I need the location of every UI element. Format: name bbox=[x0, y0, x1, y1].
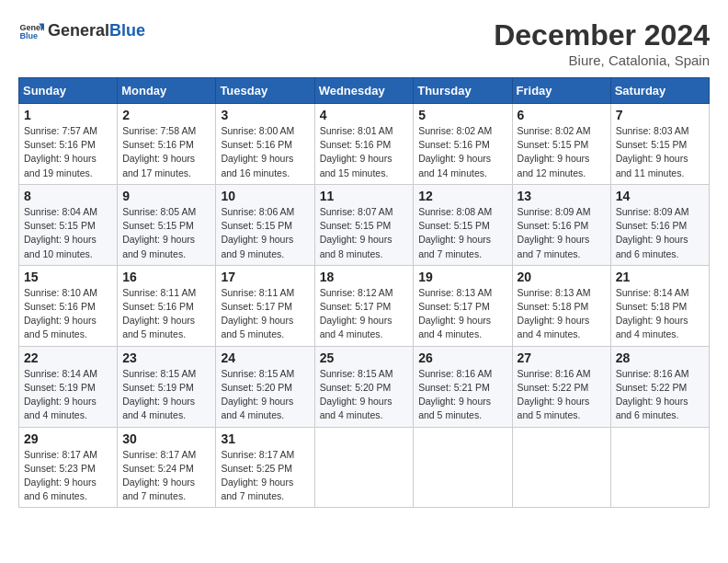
calendar-cell: 23 Sunrise: 8:15 AM Sunset: 5:19 PM Dayl… bbox=[118, 346, 216, 427]
main-title: December 2024 bbox=[494, 18, 710, 52]
calendar-cell: 1 Sunrise: 7:57 AM Sunset: 5:16 PM Dayli… bbox=[19, 104, 118, 185]
calendar-cell: 16 Sunrise: 8:11 AM Sunset: 5:16 PM Dayl… bbox=[118, 265, 216, 346]
day-number: 26 bbox=[418, 350, 506, 365]
calendar-cell: 5 Sunrise: 8:02 AM Sunset: 5:16 PM Dayli… bbox=[414, 104, 512, 185]
day-info: Sunrise: 8:17 AM Sunset: 5:24 PM Dayligh… bbox=[122, 448, 210, 504]
day-number: 27 bbox=[518, 350, 606, 365]
calendar-cell: 29 Sunrise: 8:17 AM Sunset: 5:23 PM Dayl… bbox=[19, 427, 118, 508]
calendar-cell: 18 Sunrise: 8:12 AM Sunset: 5:17 PM Dayl… bbox=[314, 265, 414, 346]
day-number: 24 bbox=[221, 350, 309, 365]
day-info: Sunrise: 8:12 AM Sunset: 5:17 PM Dayligh… bbox=[320, 286, 409, 342]
day-number: 30 bbox=[122, 431, 210, 446]
header-tuesday: Tuesday bbox=[216, 78, 314, 104]
calendar-cell: 9 Sunrise: 8:05 AM Sunset: 5:15 PM Dayli… bbox=[118, 184, 216, 265]
calendar-cell: 19 Sunrise: 8:13 AM Sunset: 5:17 PM Dayl… bbox=[414, 265, 512, 346]
day-number: 22 bbox=[24, 350, 112, 365]
day-number: 7 bbox=[616, 108, 704, 122]
calendar-cell: 22 Sunrise: 8:14 AM Sunset: 5:19 PM Dayl… bbox=[19, 346, 118, 427]
day-info: Sunrise: 8:09 AM Sunset: 5:16 PM Dayligh… bbox=[518, 205, 606, 261]
day-info: Sunrise: 8:15 AM Sunset: 5:20 PM Dayligh… bbox=[320, 367, 409, 423]
day-number: 25 bbox=[320, 350, 409, 365]
logo-icon: General Blue bbox=[18, 18, 44, 44]
day-info: Sunrise: 8:02 AM Sunset: 5:16 PM Dayligh… bbox=[418, 124, 506, 180]
title-block: December 2024 Biure, Catalonia, Spain bbox=[494, 18, 710, 68]
calendar-cell: 14 Sunrise: 8:09 AM Sunset: 5:16 PM Dayl… bbox=[610, 184, 709, 265]
calendar-cell: 27 Sunrise: 8:16 AM Sunset: 5:22 PM Dayl… bbox=[512, 346, 610, 427]
day-number: 12 bbox=[418, 189, 506, 203]
calendar-cell: 10 Sunrise: 8:06 AM Sunset: 5:15 PM Dayl… bbox=[216, 184, 314, 265]
day-number: 11 bbox=[320, 189, 409, 203]
day-info: Sunrise: 8:03 AM Sunset: 5:15 PM Dayligh… bbox=[616, 124, 704, 180]
calendar-cell: 2 Sunrise: 7:58 AM Sunset: 5:16 PM Dayli… bbox=[118, 104, 216, 185]
calendar-week-row: 1 Sunrise: 7:57 AM Sunset: 5:16 PM Dayli… bbox=[19, 104, 710, 185]
day-number: 20 bbox=[518, 270, 606, 284]
day-number: 8 bbox=[24, 189, 112, 203]
day-info: Sunrise: 8:11 AM Sunset: 5:16 PM Dayligh… bbox=[122, 286, 210, 342]
day-info: Sunrise: 8:04 AM Sunset: 5:15 PM Dayligh… bbox=[24, 205, 112, 261]
calendar-cell: 17 Sunrise: 8:11 AM Sunset: 5:17 PM Dayl… bbox=[216, 265, 314, 346]
day-info: Sunrise: 8:16 AM Sunset: 5:21 PM Dayligh… bbox=[418, 367, 506, 423]
calendar-week-row: 8 Sunrise: 8:04 AM Sunset: 5:15 PM Dayli… bbox=[19, 184, 710, 265]
day-number: 17 bbox=[221, 270, 309, 284]
day-info: Sunrise: 8:17 AM Sunset: 5:23 PM Dayligh… bbox=[24, 448, 112, 504]
day-info: Sunrise: 8:00 AM Sunset: 5:16 PM Dayligh… bbox=[221, 124, 309, 180]
header-sunday: Sunday bbox=[19, 78, 118, 104]
calendar-cell: 28 Sunrise: 8:16 AM Sunset: 5:22 PM Dayl… bbox=[610, 346, 709, 427]
day-info: Sunrise: 8:07 AM Sunset: 5:15 PM Dayligh… bbox=[320, 205, 409, 261]
calendar-cell: 7 Sunrise: 8:03 AM Sunset: 5:15 PM Dayli… bbox=[610, 104, 709, 185]
day-info: Sunrise: 8:14 AM Sunset: 5:19 PM Dayligh… bbox=[24, 367, 112, 423]
calendar-cell: 21 Sunrise: 8:14 AM Sunset: 5:18 PM Dayl… bbox=[610, 265, 709, 346]
day-info: Sunrise: 8:16 AM Sunset: 5:22 PM Dayligh… bbox=[616, 367, 704, 423]
day-info: Sunrise: 8:08 AM Sunset: 5:15 PM Dayligh… bbox=[418, 205, 506, 261]
calendar-cell: 11 Sunrise: 8:07 AM Sunset: 5:15 PM Dayl… bbox=[314, 184, 414, 265]
calendar-cell: 31 Sunrise: 8:17 AM Sunset: 5:25 PM Dayl… bbox=[216, 427, 314, 508]
calendar-week-row: 29 Sunrise: 8:17 AM Sunset: 5:23 PM Dayl… bbox=[19, 427, 710, 508]
day-info: Sunrise: 8:15 AM Sunset: 5:20 PM Dayligh… bbox=[221, 367, 309, 423]
day-number: 10 bbox=[221, 189, 309, 203]
svg-text:Blue: Blue bbox=[19, 31, 38, 40]
day-number: 6 bbox=[518, 108, 606, 122]
day-info: Sunrise: 8:06 AM Sunset: 5:15 PM Dayligh… bbox=[221, 205, 309, 261]
day-info: Sunrise: 8:15 AM Sunset: 5:19 PM Dayligh… bbox=[122, 367, 210, 423]
calendar-cell: 25 Sunrise: 8:15 AM Sunset: 5:20 PM Dayl… bbox=[314, 346, 414, 427]
day-number: 1 bbox=[24, 108, 112, 122]
day-number: 15 bbox=[24, 270, 112, 284]
calendar-cell: 8 Sunrise: 8:04 AM Sunset: 5:15 PM Dayli… bbox=[19, 184, 118, 265]
calendar-cell: 13 Sunrise: 8:09 AM Sunset: 5:16 PM Dayl… bbox=[512, 184, 610, 265]
day-info: Sunrise: 8:13 AM Sunset: 5:18 PM Dayligh… bbox=[518, 286, 606, 342]
day-number: 18 bbox=[320, 270, 409, 284]
day-info: Sunrise: 8:11 AM Sunset: 5:17 PM Dayligh… bbox=[221, 286, 309, 342]
day-info: Sunrise: 8:01 AM Sunset: 5:16 PM Dayligh… bbox=[320, 124, 409, 180]
calendar-cell: 12 Sunrise: 8:08 AM Sunset: 5:15 PM Dayl… bbox=[414, 184, 512, 265]
day-number: 31 bbox=[221, 431, 309, 446]
day-info: Sunrise: 8:16 AM Sunset: 5:22 PM Dayligh… bbox=[518, 367, 606, 423]
calendar-cell: 6 Sunrise: 8:02 AM Sunset: 5:15 PM Dayli… bbox=[512, 104, 610, 185]
header-friday: Friday bbox=[512, 78, 610, 104]
calendar-cell bbox=[314, 427, 414, 508]
logo: General Blue GeneralBlue bbox=[18, 18, 145, 44]
calendar-cell: 30 Sunrise: 8:17 AM Sunset: 5:24 PM Dayl… bbox=[118, 427, 216, 508]
calendar-cell: 3 Sunrise: 8:00 AM Sunset: 5:16 PM Dayli… bbox=[216, 104, 314, 185]
calendar-cell: 24 Sunrise: 8:15 AM Sunset: 5:20 PM Dayl… bbox=[216, 346, 314, 427]
day-number: 16 bbox=[122, 270, 210, 284]
calendar-cell bbox=[414, 427, 512, 508]
calendar-cell bbox=[610, 427, 709, 508]
header-wednesday: Wednesday bbox=[314, 78, 414, 104]
calendar-cell bbox=[512, 427, 610, 508]
day-info: Sunrise: 8:02 AM Sunset: 5:15 PM Dayligh… bbox=[518, 124, 606, 180]
day-info: Sunrise: 8:05 AM Sunset: 5:15 PM Dayligh… bbox=[122, 205, 210, 261]
calendar-cell: 20 Sunrise: 8:13 AM Sunset: 5:18 PM Dayl… bbox=[512, 265, 610, 346]
page-header: General Blue GeneralBlue December 2024 B… bbox=[18, 18, 710, 68]
calendar-table: Sunday Monday Tuesday Wednesday Thursday… bbox=[18, 77, 710, 508]
calendar-cell: 15 Sunrise: 8:10 AM Sunset: 5:16 PM Dayl… bbox=[19, 265, 118, 346]
header-saturday: Saturday bbox=[610, 78, 709, 104]
day-number: 3 bbox=[221, 108, 309, 122]
day-number: 5 bbox=[418, 108, 506, 122]
day-info: Sunrise: 8:09 AM Sunset: 5:16 PM Dayligh… bbox=[616, 205, 704, 261]
day-number: 21 bbox=[616, 270, 704, 284]
day-info: Sunrise: 7:58 AM Sunset: 5:16 PM Dayligh… bbox=[122, 124, 210, 180]
day-info: Sunrise: 8:17 AM Sunset: 5:25 PM Dayligh… bbox=[221, 448, 309, 504]
header-thursday: Thursday bbox=[414, 78, 512, 104]
calendar-cell: 26 Sunrise: 8:16 AM Sunset: 5:21 PM Dayl… bbox=[414, 346, 512, 427]
logo-text: GeneralBlue bbox=[48, 22, 145, 40]
